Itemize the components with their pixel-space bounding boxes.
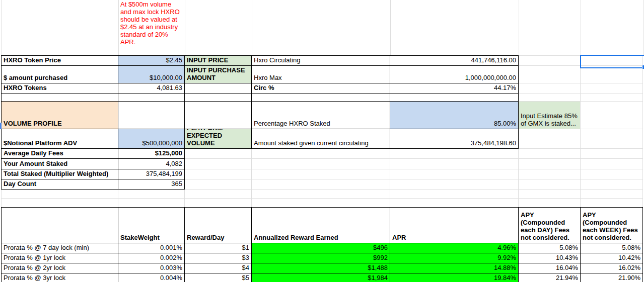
empty-cell[interactable] bbox=[185, 190, 252, 199]
empty-cell[interactable] bbox=[390, 149, 519, 159]
lock-row-apy-week[interactable]: 16.02% bbox=[581, 263, 643, 273]
note-cell[interactable]: At $500m volume and max lock HXRO should… bbox=[118, 0, 185, 55]
lock-row-label[interactable]: Prorata % @ 2yr lock bbox=[1, 263, 118, 273]
empty-cell[interactable] bbox=[118, 93, 185, 102]
empty-cell[interactable] bbox=[252, 169, 390, 179]
lock-table-header-annualized[interactable]: Annualized Reward Earned bbox=[252, 207, 390, 243]
cell-purchase-label[interactable]: $ amount purchased bbox=[1, 66, 118, 83]
empty-cell[interactable] bbox=[185, 83, 252, 93]
cell-input-price-tag[interactable]: INPUT PRICE bbox=[185, 55, 252, 66]
cell-circulating-label[interactable]: Hxro Circulating bbox=[252, 55, 390, 66]
empty-cell[interactable] bbox=[118, 190, 185, 199]
empty-cell[interactable] bbox=[390, 179, 519, 190]
empty-cell[interactable] bbox=[581, 102, 643, 129]
empty-cell[interactable] bbox=[581, 190, 643, 199]
empty-cell[interactable] bbox=[581, 179, 643, 190]
cell-your-staked-label[interactable]: Your Amount Staked bbox=[1, 159, 118, 169]
empty-cell[interactable] bbox=[581, 129, 643, 149]
lock-row-apy-day[interactable]: 21.94% bbox=[519, 273, 581, 282]
cell-purchase-value[interactable]: $10,000.00 bbox=[118, 66, 185, 83]
empty-cell[interactable] bbox=[185, 199, 252, 207]
lock-row-label[interactable]: Prorata % @ 3yr lock bbox=[1, 273, 118, 282]
empty-cell[interactable] bbox=[390, 93, 519, 102]
empty-cell[interactable] bbox=[390, 199, 519, 207]
cell-adv-label[interactable]: $Notional Platform ADV bbox=[1, 129, 118, 149]
empty-cell[interactable] bbox=[118, 102, 185, 129]
cell-total-staked-label[interactable]: Total Staked (Multiplier Weighted) bbox=[1, 169, 118, 179]
empty-cell[interactable] bbox=[185, 179, 252, 190]
fill-handle[interactable] bbox=[642, 65, 644, 69]
empty-cell[interactable] bbox=[519, 190, 581, 199]
cell-day-count-value[interactable]: 365 bbox=[118, 179, 185, 190]
cell-token-price-label[interactable]: HXRO Token Price bbox=[1, 55, 118, 66]
cell-circ-pct-value[interactable]: 44.17% bbox=[390, 83, 519, 93]
empty-cell[interactable] bbox=[519, 83, 581, 93]
lock-row-apr[interactable]: 14.88% bbox=[390, 263, 519, 273]
lock-row-annualized[interactable]: $1,488 bbox=[252, 263, 390, 273]
cell-your-staked-value[interactable]: 4,082 bbox=[118, 159, 185, 169]
empty-cell[interactable] bbox=[581, 149, 643, 159]
selected-cell[interactable] bbox=[580, 55, 644, 68]
lock-table-header-apr[interactable]: APR bbox=[390, 207, 519, 243]
empty-cell[interactable] bbox=[519, 66, 581, 83]
lock-row-apy-day[interactable]: 5.08% bbox=[519, 243, 581, 253]
lock-table-header-apy-week[interactable]: APY (Compounded each WEEK) Fees not cons… bbox=[581, 207, 643, 243]
empty-cell[interactable] bbox=[581, 169, 643, 179]
cell-tokens-value[interactable]: 4,081.63 bbox=[118, 83, 185, 93]
lock-row-annualized[interactable]: $496 bbox=[252, 243, 390, 253]
empty-cell[interactable] bbox=[519, 93, 581, 102]
lock-row-label[interactable]: Prorata % @ 7 day lock (min) bbox=[1, 243, 118, 253]
lock-row-stakeweight[interactable]: 0.002% bbox=[118, 253, 185, 263]
empty-cell[interactable] bbox=[390, 190, 519, 199]
lock-row-annualized[interactable]: $1,984 bbox=[252, 273, 390, 282]
lock-row-stakeweight[interactable]: 0.003% bbox=[118, 263, 185, 273]
empty-cell[interactable] bbox=[185, 102, 252, 129]
empty-cell[interactable] bbox=[252, 93, 390, 102]
cell-day-count-label[interactable]: Day Count bbox=[1, 179, 118, 190]
lock-row-reward-day[interactable]: $4 bbox=[185, 263, 252, 273]
empty-cell[interactable] bbox=[519, 179, 581, 190]
empty-cell[interactable] bbox=[252, 159, 390, 169]
lock-row-reward-day[interactable]: $5 bbox=[185, 273, 252, 282]
cell-adv-value[interactable]: $500,000,000 bbox=[118, 129, 185, 149]
cell-staked-pct-label[interactable]: Percentage HXRO Staked bbox=[252, 102, 390, 129]
empty-cell[interactable] bbox=[252, 190, 390, 199]
empty-cell[interactable] bbox=[185, 149, 252, 159]
cell-fees-label[interactable]: Average Daily Fees bbox=[1, 149, 118, 159]
empty-cell[interactable] bbox=[519, 129, 581, 149]
cell-staked-pct-value[interactable]: 85.00% bbox=[390, 102, 519, 129]
empty-cell[interactable] bbox=[185, 169, 252, 179]
lock-table-header-apy-day[interactable]: APY (Compounded each DAY) Fees not consi… bbox=[519, 207, 581, 243]
cell-fees-value[interactable]: $125,000 bbox=[118, 149, 185, 159]
lock-row-apr[interactable]: 19.84% bbox=[390, 273, 519, 282]
empty-cell[interactable] bbox=[519, 55, 581, 66]
empty-cell[interactable] bbox=[185, 159, 252, 169]
lock-row-label[interactable]: Prorata % @ 1yr lock bbox=[1, 253, 118, 263]
cell-staked-amount-value[interactable]: 375,484,198.60 bbox=[390, 129, 519, 149]
lock-row-apr[interactable]: 9.92% bbox=[390, 253, 519, 263]
lock-row-annualized[interactable]: $992 bbox=[252, 253, 390, 263]
lock-row-apy-week[interactable]: 21.90% bbox=[581, 273, 643, 282]
cell-staked-note[interactable]: Input Estimate 85% of GMX is staked... bbox=[519, 102, 581, 129]
cell-max-label[interactable]: Hxro Max bbox=[252, 66, 390, 83]
lock-table-header-reward-day[interactable]: Reward/Day bbox=[185, 207, 252, 243]
lock-row-stakeweight[interactable]: 0.004% bbox=[118, 273, 185, 282]
cell-token-price-value[interactable]: $2.45 bbox=[118, 55, 185, 66]
lock-row-reward-day[interactable]: $3 bbox=[185, 253, 252, 263]
empty-cell[interactable] bbox=[519, 159, 581, 169]
lock-row-reward-day[interactable]: $1 bbox=[185, 243, 252, 253]
lock-table-header-empty[interactable] bbox=[1, 207, 118, 243]
empty-cell[interactable] bbox=[390, 159, 519, 169]
cell-volume-profile-label[interactable]: VOLUME PROFILE bbox=[1, 102, 118, 129]
cell-platform-volume-tag[interactable]: PLATFORM EXPECTED VOLUME bbox=[185, 129, 252, 149]
empty-cell[interactable] bbox=[519, 199, 581, 207]
lock-row-apy-week[interactable]: 5.08% bbox=[581, 243, 643, 253]
empty-cell[interactable] bbox=[1, 190, 118, 199]
empty-cell[interactable] bbox=[252, 199, 390, 207]
empty-cell[interactable] bbox=[185, 93, 252, 102]
empty-cell[interactable] bbox=[118, 199, 185, 207]
empty-cell[interactable] bbox=[252, 179, 390, 190]
empty-cell[interactable] bbox=[252, 149, 390, 159]
cell-circ-pct-label[interactable]: Circ % bbox=[252, 83, 390, 93]
lock-row-apy-day[interactable]: 16.04% bbox=[519, 263, 581, 273]
